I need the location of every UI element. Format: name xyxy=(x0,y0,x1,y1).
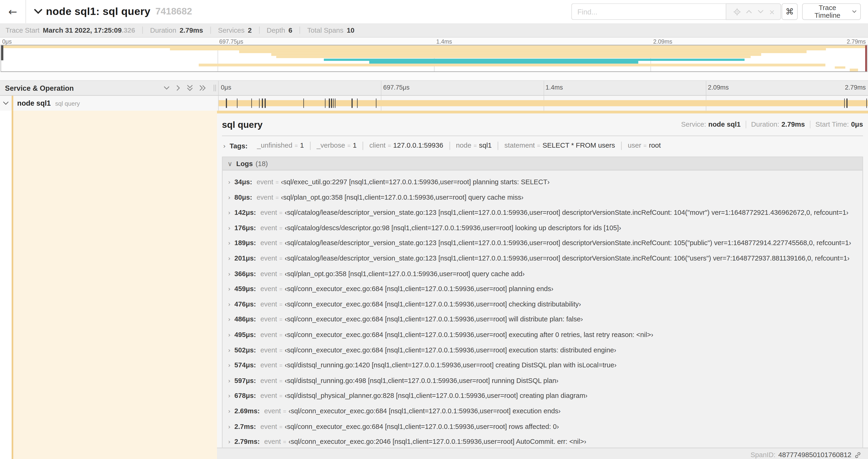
keyboard-shortcuts-button[interactable]: ⌘ xyxy=(782,3,798,20)
minimap-span-bar xyxy=(170,48,826,51)
tag-key: statement xyxy=(504,141,535,149)
log-marker[interactable] xyxy=(251,98,252,108)
log-entry[interactable]: › 189μs: event = ‹sql/catalog/lease/desc… xyxy=(228,239,857,247)
logs-accordion: ∨ Logs (18) › 34μs: event = ‹sql/exec_ut… xyxy=(222,157,863,448)
trace-collapse-toggle[interactable] xyxy=(34,9,43,14)
log-marker[interactable] xyxy=(333,98,334,108)
log-entry[interactable]: › 574μs: event = ‹sql/distsql_running.go… xyxy=(228,362,857,369)
log-entry[interactable]: › 366μs: event = ‹sql/plan_opt.go:358 [n… xyxy=(228,270,857,277)
equals-sign: = xyxy=(347,143,351,149)
log-marker[interactable] xyxy=(259,98,260,108)
chevron-right-icon: › xyxy=(228,209,230,217)
log-marker[interactable] xyxy=(335,98,336,108)
log-marker[interactable] xyxy=(846,98,847,108)
log-entry[interactable]: › 476μs: event = ‹sql/conn_executor_exec… xyxy=(228,300,857,308)
log-marker[interactable] xyxy=(331,98,332,108)
log-entry[interactable]: › 201μs: event = ‹sql/catalog/lease/desc… xyxy=(228,255,857,262)
log-marker[interactable] xyxy=(262,98,263,108)
span-children-toggle[interactable] xyxy=(0,101,12,105)
log-marker[interactable] xyxy=(265,98,266,108)
minimap-canvas[interactable] xyxy=(0,45,867,72)
span-row[interactable]: node sql1 sql query xyxy=(0,96,868,110)
log-entry[interactable]: › 459μs: event = ‹sql/conn_executor_exec… xyxy=(228,285,857,293)
span-duration-bar[interactable] xyxy=(219,100,868,106)
tag-key: _verbose xyxy=(317,141,345,149)
find-controls: × xyxy=(726,3,781,20)
find-prev-icon[interactable] xyxy=(746,9,752,14)
log-marker[interactable] xyxy=(866,98,867,108)
duration-label: Duration: xyxy=(751,121,779,128)
clear-find-icon[interactable]: × xyxy=(769,8,775,15)
log-marker[interactable] xyxy=(226,98,227,108)
log-timestamp: 366μs: xyxy=(235,270,256,277)
span-name-cell[interactable]: node sql1 sql query xyxy=(0,96,218,110)
log-field-key: event xyxy=(257,193,273,201)
log-field-key: event xyxy=(260,377,277,384)
locate-icon[interactable] xyxy=(734,8,741,15)
log-entry[interactable]: › 142μs: event = ‹sql/catalog/lease/desc… xyxy=(228,209,857,217)
back-button[interactable]: ← xyxy=(0,0,26,23)
span-detail-title-row: sql query Service: node sql1 Duration: 2… xyxy=(222,113,863,136)
log-entry[interactable]: › 34μs: event = ‹sql/exec_util.go:2297 [… xyxy=(228,178,857,186)
log-entry[interactable]: › 495μs: event = ‹sql/conn_executor_exec… xyxy=(228,331,857,339)
log-entry[interactable]: › 678μs: event = ‹sql/distsql_physical_p… xyxy=(228,392,857,399)
log-entry[interactable]: › 502μs: event = ‹sql/conn_executor_exec… xyxy=(228,346,857,354)
log-field-key: event xyxy=(260,392,277,399)
log-field-key: event xyxy=(260,316,277,323)
collapse-one-icon[interactable] xyxy=(163,86,170,90)
log-field-key: event xyxy=(264,438,281,446)
tags-accordion[interactable]: › Tags: _unfinished = 1 _verbose = 1 xyxy=(222,136,863,154)
span-timeline-cell[interactable] xyxy=(218,96,868,110)
log-entry[interactable]: › 597μs: event = ‹sql/distsql_running.go… xyxy=(228,377,857,384)
log-timestamp: 459μs: xyxy=(235,285,256,293)
trace-view-selector[interactable]: Trace Timeline xyxy=(802,3,861,20)
chevron-right-icon: › xyxy=(228,240,230,247)
collapse-all-icon[interactable] xyxy=(187,85,193,91)
summary-item: Depth 6 xyxy=(259,27,300,34)
log-marker[interactable] xyxy=(376,98,377,108)
log-marker[interactable] xyxy=(357,98,358,108)
minimap-tick-label: 2.09ms xyxy=(651,38,672,45)
equals-sign: = xyxy=(537,143,540,149)
chevron-right-icon: › xyxy=(228,316,230,323)
log-entry[interactable]: › 2.7ms: event = ‹sql/conn_executor_exec… xyxy=(228,422,857,430)
minimap-right-handle[interactable] xyxy=(865,45,867,72)
log-field-key: event xyxy=(260,422,277,430)
chevron-up-icon xyxy=(746,9,752,14)
logs-count: (18) xyxy=(255,160,268,167)
duration-value: 2.79ms xyxy=(781,121,805,128)
log-entry[interactable]: › 176μs: event = ‹sql/catalog/descs/desc… xyxy=(228,224,857,232)
log-field-value: ‹sql/exec_util.go:2297 [nsql1,client=127… xyxy=(281,178,550,186)
summary-label: Services xyxy=(218,26,245,34)
log-field-key: event xyxy=(260,255,277,262)
chevron-right-icon: › xyxy=(228,270,230,277)
find-input[interactable] xyxy=(571,3,726,20)
log-entry[interactable]: › 80μs: event = ‹sql/plan_opt.go:358 [ns… xyxy=(228,193,857,201)
tag-value: SELECT * FROM users xyxy=(542,141,615,149)
log-entry[interactable]: › 2.69ms: event = ‹sql/conn_executor_exe… xyxy=(228,407,857,415)
minimap-left-handle[interactable] xyxy=(1,45,3,61)
equals-sign: = xyxy=(279,317,283,323)
find-next-icon[interactable] xyxy=(757,9,764,14)
log-timestamp: 476μs: xyxy=(235,300,256,308)
span-color-bar-extension xyxy=(12,110,13,459)
log-entry[interactable]: › 2.79ms: event = ‹sql/conn_executor_exe… xyxy=(228,438,857,446)
log-marker[interactable] xyxy=(844,98,845,108)
deep-link-icon[interactable] xyxy=(854,451,862,459)
log-field-key: event xyxy=(260,239,277,247)
tag-item: _unfinished = 1 xyxy=(251,141,310,150)
ruler-tick-label: 0μs xyxy=(219,84,231,91)
log-entry[interactable]: › 486μs: event = ‹sql/conn_executor_exec… xyxy=(228,316,857,323)
tag-value: 1 xyxy=(353,141,356,149)
tag-value: 127.0.0.1:59936 xyxy=(393,141,443,149)
log-marker[interactable] xyxy=(352,98,352,108)
log-marker[interactable] xyxy=(237,98,238,108)
logs-accordion-header[interactable]: ∨ Logs (18) xyxy=(223,157,863,170)
chevron-right-icon: › xyxy=(228,423,230,430)
log-marker[interactable] xyxy=(325,98,326,108)
expand-one-icon[interactable] xyxy=(176,85,180,91)
log-marker[interactable] xyxy=(303,98,304,108)
expand-all-icon[interactable] xyxy=(199,85,206,91)
column-resize-handle[interactable] xyxy=(214,85,217,91)
log-marker[interactable] xyxy=(329,98,330,108)
